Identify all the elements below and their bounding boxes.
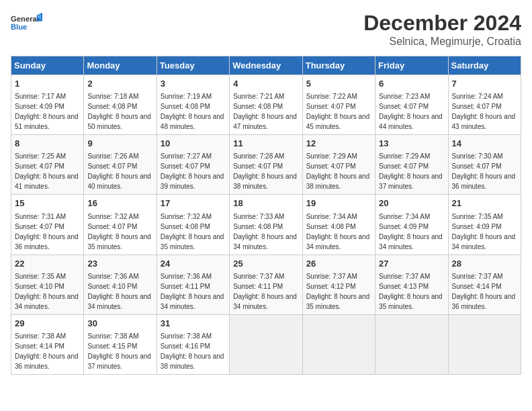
month-title: December 2024 (363, 11, 521, 36)
day-info: Sunrise: 7:26 AMSunset: 4:07 PMDaylight:… (87, 152, 151, 190)
calendar-cell: 7 Sunrise: 7:24 AMSunset: 4:07 PMDayligh… (448, 75, 521, 135)
day-number: 10 (161, 138, 226, 150)
calendar-cell: 26 Sunrise: 7:37 AMSunset: 4:12 PMDaylig… (302, 255, 375, 314)
day-info: Sunrise: 7:38 AMSunset: 4:14 PMDaylight:… (15, 332, 79, 370)
calendar-cell: 16 Sunrise: 7:32 AMSunset: 4:07 PMDaylig… (84, 195, 157, 255)
day-number: 4 (233, 78, 298, 90)
header-wednesday: Wednesday (230, 56, 302, 75)
calendar-cell (448, 314, 521, 374)
day-number: 24 (161, 258, 226, 270)
day-number: 6 (379, 78, 444, 90)
day-number: 11 (233, 138, 298, 150)
day-info: Sunrise: 7:32 AMSunset: 4:08 PMDaylight:… (161, 213, 224, 250)
svg-text:Blue: Blue (11, 23, 27, 31)
logo: General Blue (11, 11, 44, 36)
day-info: Sunrise: 7:17 AMSunset: 4:09 PMDaylight:… (15, 93, 79, 130)
day-number: 28 (452, 258, 517, 270)
calendar-cell: 27 Sunrise: 7:37 AMSunset: 4:13 PMDaylig… (375, 255, 448, 314)
day-number: 27 (379, 258, 444, 270)
calendar-cell: 30 Sunrise: 7:38 AMSunset: 4:15 PMDaylig… (84, 314, 157, 374)
calendar-cell: 17 Sunrise: 7:32 AMSunset: 4:08 PMDaylig… (157, 195, 229, 255)
calendar-cell: 8 Sunrise: 7:25 AMSunset: 4:07 PMDayligh… (11, 135, 84, 195)
day-number: 25 (233, 258, 298, 270)
day-number: 2 (87, 78, 152, 90)
day-number: 22 (15, 258, 80, 270)
calendar-cell: 28 Sunrise: 7:37 AMSunset: 4:14 PMDaylig… (448, 255, 521, 314)
day-number: 19 (306, 197, 371, 210)
calendar-table: SundayMondayTuesdayWednesdayThursdayFrid… (11, 56, 521, 375)
calendar-cell (230, 314, 302, 374)
page-header: General Blue December 2024 Selnica, Megi… (11, 11, 521, 48)
day-info: Sunrise: 7:27 AMSunset: 4:07 PMDaylight:… (161, 152, 224, 190)
calendar-cell: 18 Sunrise: 7:33 AMSunset: 4:08 PMDaylig… (230, 195, 302, 255)
week-row-4: 22 Sunrise: 7:35 AMSunset: 4:10 PMDaylig… (11, 255, 521, 314)
day-info: Sunrise: 7:34 AMSunset: 4:09 PMDaylight:… (379, 213, 443, 250)
calendar-cell: 20 Sunrise: 7:34 AMSunset: 4:09 PMDaylig… (375, 195, 448, 255)
day-number: 17 (161, 197, 226, 210)
day-info: Sunrise: 7:22 AMSunset: 4:07 PMDaylight:… (306, 93, 370, 130)
day-number: 5 (306, 78, 371, 90)
week-row-1: 1 Sunrise: 7:17 AMSunset: 4:09 PMDayligh… (11, 75, 521, 135)
day-info: Sunrise: 7:38 AMSunset: 4:15 PMDaylight:… (87, 332, 151, 370)
day-number: 30 (87, 318, 152, 330)
calendar-cell: 15 Sunrise: 7:31 AMSunset: 4:07 PMDaylig… (11, 195, 84, 255)
calendar-cell (375, 314, 448, 374)
calendar-cell: 6 Sunrise: 7:23 AMSunset: 4:07 PMDayligh… (375, 75, 448, 135)
calendar-cell: 23 Sunrise: 7:36 AMSunset: 4:10 PMDaylig… (84, 255, 157, 314)
calendar-cell: 21 Sunrise: 7:35 AMSunset: 4:09 PMDaylig… (448, 195, 521, 255)
day-info: Sunrise: 7:33 AMSunset: 4:08 PMDaylight:… (233, 213, 297, 250)
day-number: 12 (306, 138, 371, 150)
calendar-cell: 11 Sunrise: 7:28 AMSunset: 4:07 PMDaylig… (230, 135, 302, 195)
calendar-cell: 22 Sunrise: 7:35 AMSunset: 4:10 PMDaylig… (11, 255, 84, 314)
header-tuesday: Tuesday (157, 56, 229, 75)
day-number: 20 (379, 197, 444, 210)
calendar-cell: 25 Sunrise: 7:37 AMSunset: 4:11 PMDaylig… (230, 255, 302, 314)
day-number: 16 (87, 197, 152, 210)
day-number: 8 (15, 138, 80, 150)
day-info: Sunrise: 7:23 AMSunset: 4:07 PMDaylight:… (379, 93, 443, 130)
calendar-cell: 14 Sunrise: 7:30 AMSunset: 4:07 PMDaylig… (448, 135, 521, 195)
calendar-cell: 10 Sunrise: 7:27 AMSunset: 4:07 PMDaylig… (157, 135, 229, 195)
day-info: Sunrise: 7:19 AMSunset: 4:08 PMDaylight:… (161, 93, 224, 130)
header-saturday: Saturday (448, 56, 521, 75)
svg-text:General: General (11, 15, 39, 23)
header-monday: Monday (84, 56, 157, 75)
logo-icon: General Blue (11, 11, 44, 36)
calendar-cell: 1 Sunrise: 7:17 AMSunset: 4:09 PMDayligh… (11, 75, 84, 135)
day-info: Sunrise: 7:37 AMSunset: 4:12 PMDaylight:… (306, 273, 370, 310)
calendar-cell: 9 Sunrise: 7:26 AMSunset: 4:07 PMDayligh… (84, 135, 157, 195)
day-number: 31 (161, 318, 226, 330)
day-number: 3 (161, 78, 226, 90)
day-info: Sunrise: 7:25 AMSunset: 4:07 PMDaylight:… (15, 152, 79, 190)
week-row-5: 29 Sunrise: 7:38 AMSunset: 4:14 PMDaylig… (11, 314, 521, 374)
title-block: December 2024 Selnica, Megimurje, Croati… (363, 11, 521, 48)
day-info: Sunrise: 7:35 AMSunset: 4:09 PMDaylight:… (452, 213, 516, 250)
day-number: 21 (452, 197, 517, 210)
day-info: Sunrise: 7:37 AMSunset: 4:14 PMDaylight:… (452, 273, 516, 310)
day-number: 7 (452, 78, 517, 90)
day-number: 23 (87, 258, 152, 270)
calendar-cell: 2 Sunrise: 7:18 AMSunset: 4:08 PMDayligh… (84, 75, 157, 135)
day-info: Sunrise: 7:38 AMSunset: 4:16 PMDaylight:… (161, 332, 224, 370)
calendar-cell: 3 Sunrise: 7:19 AMSunset: 4:08 PMDayligh… (157, 75, 229, 135)
day-info: Sunrise: 7:34 AMSunset: 4:08 PMDaylight:… (306, 213, 370, 250)
calendar-header-row: SundayMondayTuesdayWednesdayThursdayFrid… (11, 56, 521, 75)
day-number: 18 (233, 197, 298, 210)
day-info: Sunrise: 7:29 AMSunset: 4:07 PMDaylight:… (306, 152, 370, 190)
day-info: Sunrise: 7:32 AMSunset: 4:07 PMDaylight:… (87, 213, 151, 250)
day-number: 14 (452, 138, 517, 150)
day-number: 13 (379, 138, 444, 150)
day-number: 9 (87, 138, 152, 150)
calendar-cell: 31 Sunrise: 7:38 AMSunset: 4:16 PMDaylig… (157, 314, 229, 374)
day-number: 1 (15, 78, 80, 90)
calendar-cell: 24 Sunrise: 7:36 AMSunset: 4:11 PMDaylig… (157, 255, 229, 314)
day-number: 26 (306, 258, 371, 270)
calendar-cell: 19 Sunrise: 7:34 AMSunset: 4:08 PMDaylig… (302, 195, 375, 255)
day-info: Sunrise: 7:18 AMSunset: 4:08 PMDaylight:… (87, 93, 151, 130)
calendar-cell: 4 Sunrise: 7:21 AMSunset: 4:08 PMDayligh… (230, 75, 302, 135)
day-info: Sunrise: 7:29 AMSunset: 4:07 PMDaylight:… (379, 152, 443, 190)
header-friday: Friday (375, 56, 448, 75)
day-info: Sunrise: 7:24 AMSunset: 4:07 PMDaylight:… (452, 93, 516, 130)
day-number: 15 (15, 197, 80, 210)
calendar-cell (302, 314, 375, 374)
